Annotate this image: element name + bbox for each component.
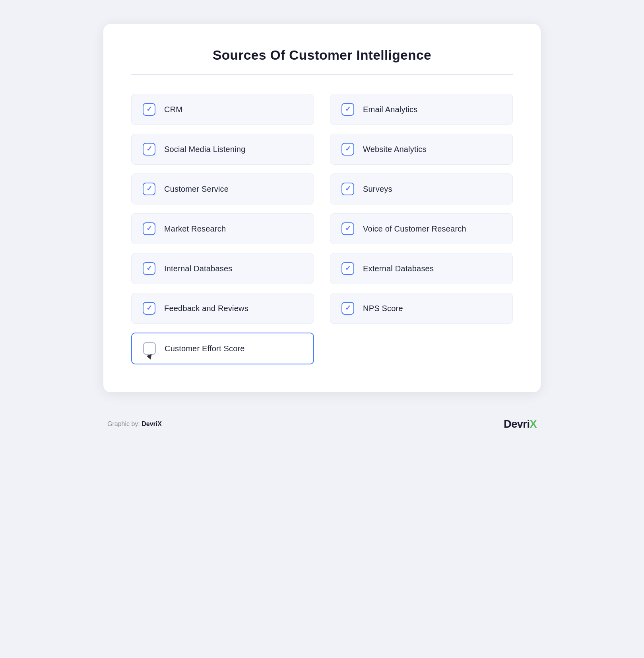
checkbox-voice-of-customer-research[interactable]: ✓	[341, 222, 354, 235]
checkmark-icon: ✓	[146, 185, 152, 193]
checkbox-feedback-and-reviews[interactable]: ✓	[143, 302, 155, 315]
footer-graphic-by: Graphic by: DevriX	[107, 420, 162, 428]
item-customer-service[interactable]: ✓Customer Service	[131, 173, 314, 204]
checkmark-icon: ✓	[146, 106, 152, 113]
item-surveys[interactable]: ✓Surveys	[330, 173, 513, 204]
item-label-internal-databases: Internal Databases	[164, 264, 232, 273]
item-nps-score[interactable]: ✓NPS Score	[330, 293, 513, 324]
checkbox-surveys[interactable]: ✓	[341, 183, 354, 195]
graphic-by-brand: DevriX	[142, 420, 162, 427]
footer: Graphic by: DevriX DevriX	[103, 408, 541, 442]
checkbox-internal-databases[interactable]: ✓	[143, 262, 155, 275]
checkmark-icon: ✓	[345, 225, 351, 232]
item-internal-databases[interactable]: ✓Internal Databases	[131, 253, 314, 284]
graphic-by-prefix: Graphic by:	[107, 420, 142, 427]
checkmark-icon: ✓	[345, 265, 351, 272]
logo-text: Devri	[504, 418, 530, 430]
item-voice-of-customer-research[interactable]: ✓Voice of Customer Research	[330, 213, 513, 244]
checkmark-icon: ✓	[146, 265, 152, 272]
page-title: Sources Of Customer Intelligence	[131, 48, 513, 63]
checkbox-email-analytics[interactable]: ✓	[341, 103, 354, 116]
checkbox-market-research[interactable]: ✓	[143, 222, 155, 235]
item-customer-effort-score[interactable]: Customer Effort Score	[131, 333, 314, 364]
item-label-feedback-and-reviews: Feedback and Reviews	[164, 304, 248, 313]
item-label-social-media-listening: Social Media Listening	[164, 145, 246, 154]
checkbox-nps-score[interactable]: ✓	[341, 302, 354, 315]
item-label-email-analytics: Email Analytics	[363, 105, 418, 114]
item-crm[interactable]: ✓CRM	[131, 94, 314, 125]
item-market-research[interactable]: ✓Market Research	[131, 213, 314, 244]
item-label-nps-score: NPS Score	[363, 304, 403, 313]
checkmark-icon: ✓	[345, 185, 351, 193]
logo-x: X	[530, 418, 537, 430]
item-label-market-research: Market Research	[164, 224, 226, 234]
item-email-analytics[interactable]: ✓Email Analytics	[330, 94, 513, 125]
items-grid: ✓CRM✓Email Analytics✓Social Media Listen…	[131, 94, 513, 364]
item-social-media-listening[interactable]: ✓Social Media Listening	[131, 134, 314, 165]
item-website-analytics[interactable]: ✓Website Analytics	[330, 134, 513, 165]
checkmark-icon: ✓	[345, 106, 351, 113]
checkbox-crm[interactable]: ✓	[143, 103, 155, 116]
item-label-customer-service: Customer Service	[164, 185, 229, 194]
item-label-surveys: Surveys	[363, 185, 392, 194]
item-label-website-analytics: Website Analytics	[363, 145, 427, 154]
divider	[131, 74, 513, 75]
item-feedback-and-reviews[interactable]: ✓Feedback and Reviews	[131, 293, 314, 324]
item-external-databases[interactable]: ✓External Databases	[330, 253, 513, 284]
item-label-crm: CRM	[164, 105, 182, 114]
checkmark-icon: ✓	[146, 225, 152, 232]
main-card: Sources Of Customer Intelligence ✓CRM✓Em…	[103, 24, 541, 392]
item-label-voice-of-customer-research: Voice of Customer Research	[363, 224, 466, 234]
checkmark-icon: ✓	[345, 146, 351, 153]
checkbox-social-media-listening[interactable]: ✓	[143, 143, 155, 156]
checkmark-icon: ✓	[146, 305, 152, 312]
checkbox-external-databases[interactable]: ✓	[341, 262, 354, 275]
devrix-logo: DevriX	[504, 418, 537, 430]
checkbox-customer-service[interactable]: ✓	[143, 183, 155, 195]
item-label-customer-effort-score: Customer Effort Score	[165, 344, 245, 353]
checkbox-website-analytics[interactable]: ✓	[341, 143, 354, 156]
item-label-external-databases: External Databases	[363, 264, 434, 273]
checkmark-icon: ✓	[345, 305, 351, 312]
checkbox-customer-effort-score[interactable]	[143, 342, 156, 355]
checkmark-icon: ✓	[146, 146, 152, 153]
